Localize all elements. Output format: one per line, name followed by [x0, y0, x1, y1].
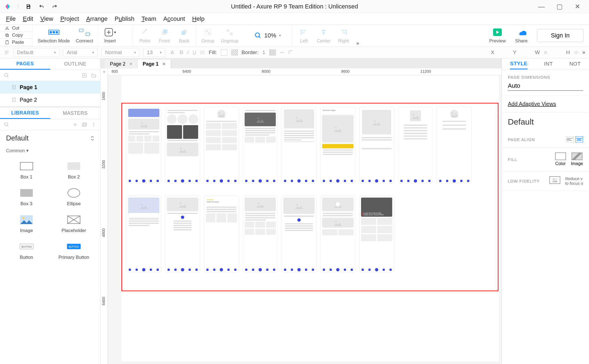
connect-button[interactable]: Connect [76, 25, 93, 46]
wireframe-mockup[interactable]: ★★★★Solar Podcast [204, 196, 239, 272]
page-align-center[interactable] [575, 136, 583, 142]
wireframe-mockup[interactable] [165, 196, 200, 272]
stack-icon[interactable] [82, 122, 87, 127]
ruler-corner[interactable] [101, 68, 108, 75]
wireframe-mockup[interactable]: A LOOK INTO THE FUTUREDONEC ID ELIT NON … [359, 196, 394, 272]
wireframe-mockup[interactable] [243, 107, 278, 183]
overflow-icon[interactable]: » [356, 40, 359, 46]
minimize-icon[interactable]: — [538, 3, 545, 10]
add-page-icon[interactable] [82, 73, 87, 78]
wireframe-mockup[interactable] [398, 107, 433, 183]
wireframe-mockup[interactable] [243, 196, 278, 272]
close-icon[interactable]: ✕ [129, 62, 133, 66]
menu-arrange[interactable]: Arrange [86, 15, 107, 22]
zoom-control[interactable]: 10% ▾ [254, 32, 281, 39]
menu-edit[interactable]: Edit [23, 15, 33, 22]
search-icon[interactable] [4, 122, 9, 127]
close-icon[interactable]: ✕ [162, 62, 166, 66]
canvas[interactable]: Summer Magic ★★★★Solar PodcastA LOOK INT… [108, 75, 502, 364]
svg-point-78 [335, 221, 337, 222]
border-style-icon[interactable] [280, 50, 285, 55]
paste-button[interactable]: Paste [0, 39, 33, 46]
save-icon[interactable] [25, 3, 32, 10]
bullets-icon[interactable] [200, 50, 205, 55]
shape-box2[interactable]: Box 2 [50, 157, 98, 184]
redo-icon[interactable] [51, 3, 58, 10]
cut-button[interactable]: Cut [0, 25, 33, 32]
page-align-left[interactable] [566, 136, 574, 142]
doc-tab[interactable]: Page 2✕ [105, 60, 138, 68]
menu-publish[interactable]: Publish [115, 15, 134, 22]
tab-masters[interactable]: MASTERS [50, 108, 101, 119]
share-button[interactable]: Share [515, 27, 528, 44]
text-color-icon[interactable]: A [169, 49, 176, 55]
selection-mode-button[interactable]: Selection Mode [38, 25, 70, 46]
plus-icon[interactable] [72, 122, 78, 127]
stylebar-overflow-icon[interactable]: » [582, 49, 585, 55]
wireframe-mockup[interactable] [126, 107, 161, 183]
wireframe-mockup[interactable]: Summer Magic [320, 107, 355, 183]
menu-file[interactable]: File [6, 15, 16, 22]
shape-box3[interactable]: Box 3 [3, 184, 50, 210]
search-icon[interactable] [4, 73, 9, 78]
italic-icon[interactable]: I [187, 49, 189, 55]
visibility-icon[interactable] [574, 51, 579, 54]
doc-tab[interactable]: Page 1✕ [138, 60, 171, 68]
library-section[interactable]: Common ▾ [0, 146, 100, 157]
shape-image[interactable]: Image [3, 210, 50, 237]
maximize-icon[interactable]: ▢ [556, 3, 563, 10]
menu-account[interactable]: Account [163, 15, 185, 22]
menu-team[interactable]: Team [142, 15, 156, 22]
weight-dropdown[interactable]: Normal▾ [101, 48, 139, 57]
size-dropdown[interactable]: 13▾ [143, 48, 165, 57]
wireframe-mockup[interactable] [359, 107, 394, 183]
more-icon[interactable] [91, 122, 96, 127]
menu-help[interactable]: Help [192, 15, 204, 22]
border-color-swatch[interactable] [269, 49, 276, 55]
font-dropdown[interactable]: Arial▾ [63, 48, 98, 57]
wireframe-mockup[interactable] [165, 107, 200, 183]
wireframe-mockup[interactable] [437, 107, 472, 183]
tab-style[interactable]: STYLE [510, 58, 528, 69]
page-item[interactable]: Page 1 [0, 81, 100, 93]
wireframe-mockup[interactable] [204, 107, 239, 183]
menu-view[interactable]: View [40, 15, 53, 22]
fill-image-swatch[interactable] [231, 49, 238, 55]
library-dropdown[interactable]: Default [0, 130, 100, 146]
shape-box1[interactable]: Box 1 [3, 157, 50, 184]
fill-swatch[interactable] [221, 49, 227, 55]
folder-icon[interactable] [91, 73, 96, 78]
insert-button[interactable]: ▾ Insert [103, 25, 117, 46]
tab-pages[interactable]: PAGES [0, 58, 50, 70]
adaptive-views-link[interactable]: Add Adaptive Views [508, 101, 556, 107]
undo-icon[interactable] [38, 3, 45, 10]
menu-project[interactable]: Project [60, 15, 79, 22]
wireframe-mockup[interactable] [282, 107, 317, 183]
bold-icon[interactable]: B [180, 49, 183, 55]
tab-interactions[interactable]: INT [544, 58, 553, 69]
tab-notes[interactable]: NOT [569, 58, 581, 69]
lock-icon[interactable] [544, 51, 547, 54]
chevron-down-icon[interactable]: ▾ [279, 33, 281, 37]
tab-libraries[interactable]: LIBRARIES [0, 108, 50, 119]
style-dropdown[interactable]: Default▾ [13, 48, 59, 57]
tab-outline[interactable]: OUTLINE [50, 58, 101, 70]
border-corner-icon[interactable] [288, 50, 293, 55]
wireframe-mockup[interactable] [126, 196, 161, 272]
page-item[interactable]: Page 2 [0, 93, 100, 106]
wireframe-mockup[interactable] [282, 196, 317, 272]
border-value[interactable]: 1 [262, 49, 265, 55]
preview-button[interactable]: Preview [489, 27, 506, 44]
shape-placeholder[interactable]: Placeholder [50, 210, 98, 237]
close-icon[interactable]: ✕ [574, 3, 581, 10]
copy-button[interactable]: Copy [0, 32, 33, 39]
shape-primary-button[interactable]: BUTTONPrimary Button [50, 237, 98, 264]
fill-image-option[interactable]: Image [571, 152, 583, 166]
dimensions-dropdown[interactable]: Auto [508, 82, 583, 91]
wireframe-mockup[interactable] [320, 196, 355, 272]
underline-icon[interactable]: U [192, 49, 196, 55]
signin-button[interactable]: Sign In [537, 29, 584, 42]
shape-button[interactable]: BUTTONButton [3, 237, 50, 264]
shape-ellipse[interactable]: Ellipse [50, 184, 98, 210]
fill-color-option[interactable]: Color [555, 152, 566, 166]
